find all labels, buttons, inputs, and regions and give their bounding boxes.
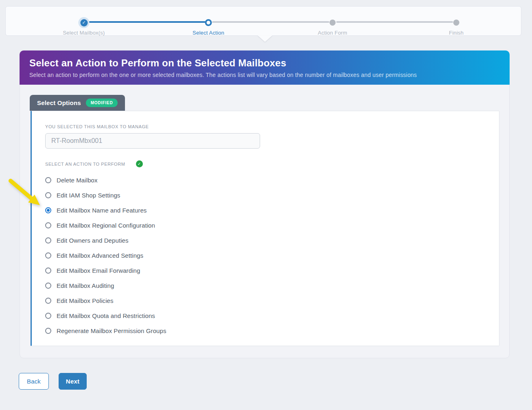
radio-icon[interactable] [45, 328, 51, 334]
radio-option[interactable]: Edit Mailbox Advanced Settings [45, 248, 499, 263]
radio-option-label: Edit Mailbox Policies [57, 297, 114, 304]
next-button[interactable]: Next [59, 373, 87, 390]
tab-label: Select Options [37, 99, 81, 106]
step-pending-circle-icon [453, 20, 460, 26]
mailbox-field-label: YOU SELECTED THIS MAILBOX TO MANAGE [45, 124, 499, 129]
stepper-track: Select Mailbox(s) Select Action Action F… [6, 7, 521, 35]
radio-option-label: Regenerate Mailbox Permission Groups [57, 327, 166, 334]
radio-option[interactable]: Edit Owners and Deputies [45, 233, 499, 248]
radio-option-label: Edit IAM Shop Settings [57, 192, 120, 199]
radio-option[interactable]: Edit Mailbox Name and Features [45, 203, 499, 218]
valid-check-icon [136, 160, 143, 167]
stepper-connector-done [89, 21, 206, 23]
radio-option-label: Edit Mailbox Name and Features [57, 207, 147, 214]
radio-option-label: Edit Mailbox Advanced Settings [57, 252, 143, 259]
options-panel: YOU SELECTED THIS MAILBOX TO MANAGE SELE… [31, 111, 499, 346]
wizard-footer: Back Next [19, 373, 87, 390]
step-active-circle-icon [205, 19, 212, 26]
tab-select-options[interactable]: Select Options MODIFIED [30, 95, 125, 111]
back-button[interactable]: Back [19, 373, 49, 390]
page-subtitle: Select an action to perform on the one o… [29, 72, 500, 78]
radio-option-label: Edit Mailbox Regional Configuration [57, 222, 155, 229]
radio-option-label: Edit Mailbox Email Forwarding [57, 267, 140, 274]
radio-icon[interactable] [45, 237, 51, 243]
radio-icon[interactable] [45, 222, 51, 228]
stepper-connector-pending [212, 21, 329, 23]
stepper-connector-pending [336, 21, 453, 23]
radio-option[interactable]: Edit Mailbox Auditing [45, 278, 499, 293]
radio-option-label: Edit Mailbox Quota and Restrictions [57, 312, 155, 319]
radio-option[interactable]: Edit Mailbox Regional Configuration [45, 218, 499, 233]
step-label: Select Action [160, 30, 257, 36]
radio-option[interactable]: Regenerate Mailbox Permission Groups [45, 323, 499, 338]
step-label: Finish [407, 30, 505, 36]
radio-icon[interactable] [45, 192, 51, 198]
radio-option[interactable]: Edit Mailbox Email Forwarding [45, 263, 499, 278]
radio-icon[interactable] [45, 283, 51, 289]
step-done-check-icon [80, 19, 88, 26]
step-pending-circle-icon [330, 20, 336, 26]
modified-badge: MODIFIED [86, 99, 118, 107]
stepper-caret-down-icon [258, 35, 272, 42]
radio-option[interactable]: Edit IAM Shop Settings [45, 188, 499, 203]
radio-icon[interactable] [45, 252, 51, 259]
wizard-stepper: Select Mailbox(s) Select Action Action F… [5, 6, 521, 36]
radio-option-label: Delete Mailbox [57, 177, 98, 184]
radio-option-label: Edit Owners and Deputies [57, 237, 129, 244]
radio-icon[interactable] [45, 313, 51, 319]
action-section-card: Select an Action to Perform on the Selec… [20, 50, 510, 358]
selected-mailbox-input[interactable] [45, 133, 260, 149]
radio-icon[interactable] [45, 267, 51, 274]
step-label: Select Mailbox(s) [35, 30, 133, 36]
radio-icon[interactable] [45, 177, 51, 183]
radio-icon[interactable] [45, 207, 51, 213]
step-halo [79, 17, 90, 28]
action-field-label: SELECT AN ACTION TO PERFORM [45, 162, 125, 167]
page-title: Select an Action to Perform on the Selec… [29, 57, 500, 69]
radio-option[interactable]: Edit Mailbox Policies [45, 293, 499, 308]
radio-option[interactable]: Edit Mailbox Quota and Restrictions [45, 308, 499, 323]
action-radio-group: Delete Mailbox Edit IAM Shop Settings Ed… [45, 173, 499, 338]
section-header-banner: Select an Action to Perform on the Selec… [20, 50, 510, 85]
step-label: Action Form [284, 30, 381, 36]
radio-option[interactable]: Delete Mailbox [45, 173, 499, 188]
radio-option-label: Edit Mailbox Auditing [57, 282, 114, 289]
radio-icon[interactable] [45, 298, 51, 304]
